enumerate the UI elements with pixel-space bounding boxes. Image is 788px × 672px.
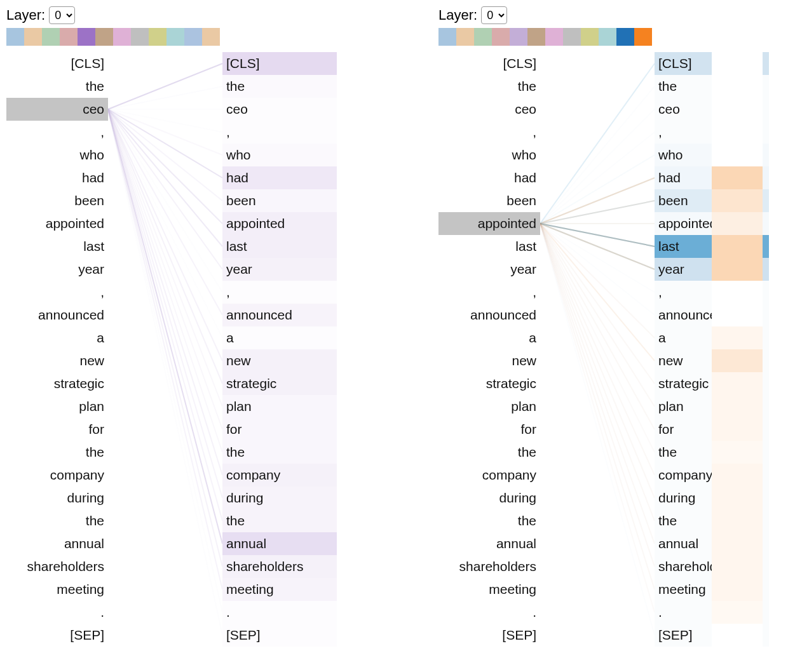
token-left[interactable]: , bbox=[6, 281, 108, 304]
token-left[interactable]: strategic bbox=[6, 372, 108, 395]
token-left[interactable]: the bbox=[6, 441, 108, 464]
layer-select[interactable]: 0 bbox=[481, 6, 507, 24]
token-left[interactable]: company bbox=[438, 464, 540, 487]
token-right[interactable]: for bbox=[222, 418, 337, 441]
head-swatch[interactable] bbox=[60, 28, 78, 46]
head-swatch[interactable] bbox=[202, 28, 220, 46]
head-swatch[interactable] bbox=[184, 28, 202, 46]
token-right[interactable]: the bbox=[222, 441, 337, 464]
token-left[interactable]: last bbox=[438, 235, 540, 258]
head-swatch[interactable] bbox=[166, 28, 184, 46]
token-left[interactable]: , bbox=[438, 121, 540, 144]
token-left[interactable]: meeting bbox=[438, 578, 540, 601]
token-right[interactable]: the bbox=[222, 509, 337, 532]
token-left[interactable]: [SEP] bbox=[6, 624, 108, 647]
token-left[interactable]: new bbox=[6, 349, 108, 372]
attention-vis-left[interactable]: [CLS]theceo,whohadbeenappointedlastyear,… bbox=[6, 52, 400, 662]
token-left[interactable]: year bbox=[438, 258, 540, 281]
token-right[interactable]: . bbox=[222, 601, 337, 624]
head-swatch[interactable] bbox=[113, 28, 131, 46]
token-left[interactable]: strategic bbox=[438, 372, 540, 395]
token-left[interactable]: . bbox=[6, 601, 108, 624]
head-swatch[interactable] bbox=[24, 28, 42, 46]
token-left[interactable]: for bbox=[438, 418, 540, 441]
head-swatch[interactable] bbox=[545, 28, 563, 46]
head-swatch[interactable] bbox=[581, 28, 599, 46]
token-left[interactable]: [SEP] bbox=[438, 624, 540, 647]
token-right[interactable]: strategic bbox=[222, 372, 337, 395]
token-left[interactable]: annual bbox=[6, 532, 108, 555]
token-right[interactable]: year bbox=[222, 258, 337, 281]
token-right[interactable]: had bbox=[222, 166, 337, 189]
head-swatch[interactable] bbox=[634, 28, 652, 46]
token-right[interactable]: [CLS] bbox=[222, 52, 337, 75]
token-right[interactable]: meeting bbox=[222, 578, 337, 601]
token-left[interactable]: shareholders bbox=[6, 555, 108, 578]
token-left[interactable]: had bbox=[438, 166, 540, 189]
token-right[interactable]: plan bbox=[222, 395, 337, 418]
token-left[interactable]: annual bbox=[438, 532, 540, 555]
token-left[interactable]: plan bbox=[6, 395, 108, 418]
token-right[interactable]: , bbox=[222, 121, 337, 144]
token-left[interactable]: , bbox=[6, 121, 108, 144]
head-swatches-left[interactable] bbox=[6, 28, 400, 46]
head-swatch[interactable] bbox=[474, 28, 492, 46]
token-left[interactable]: , bbox=[438, 281, 540, 304]
token-left[interactable]: the bbox=[438, 509, 540, 532]
token-left[interactable]: during bbox=[438, 487, 540, 509]
head-swatch[interactable] bbox=[563, 28, 581, 46]
token-right[interactable]: during bbox=[222, 487, 337, 509]
head-swatch[interactable] bbox=[527, 28, 545, 46]
attention-vis-right[interactable]: [CLS]theceo,whohadbeenappointedlastyear,… bbox=[438, 52, 788, 662]
token-left[interactable]: appointed bbox=[6, 212, 108, 235]
token-left[interactable]: announced bbox=[438, 304, 540, 326]
token-left[interactable]: shareholders bbox=[438, 555, 540, 578]
token-left[interactable]: who bbox=[6, 144, 108, 166]
token-left[interactable]: had bbox=[6, 166, 108, 189]
token-left[interactable]: for bbox=[6, 418, 108, 441]
token-left[interactable]: the bbox=[438, 441, 540, 464]
token-left[interactable]: appointed bbox=[438, 212, 540, 235]
head-swatch[interactable] bbox=[78, 28, 95, 46]
token-left[interactable]: the bbox=[438, 75, 540, 98]
token-right[interactable]: shareholders bbox=[222, 555, 337, 578]
head-swatch[interactable] bbox=[616, 28, 634, 46]
token-left[interactable]: who bbox=[438, 144, 540, 166]
token-left[interactable]: . bbox=[438, 601, 540, 624]
head-swatch[interactable] bbox=[510, 28, 527, 46]
token-right[interactable]: been bbox=[222, 189, 337, 212]
token-left[interactable]: last bbox=[6, 235, 108, 258]
head-swatch[interactable] bbox=[438, 28, 456, 46]
token-left[interactable]: been bbox=[438, 189, 540, 212]
token-left[interactable]: [CLS] bbox=[6, 52, 108, 75]
head-swatch[interactable] bbox=[131, 28, 149, 46]
token-left[interactable]: plan bbox=[438, 395, 540, 418]
head-swatch[interactable] bbox=[42, 28, 60, 46]
token-left[interactable]: during bbox=[6, 487, 108, 509]
token-right[interactable]: ceo bbox=[222, 98, 337, 121]
token-right[interactable]: annual bbox=[222, 532, 337, 555]
head-swatch[interactable] bbox=[599, 28, 616, 46]
token-right[interactable]: [SEP] bbox=[222, 624, 337, 647]
token-right[interactable]: new bbox=[222, 349, 337, 372]
layer-select[interactable]: 0 bbox=[49, 6, 75, 24]
token-right[interactable]: company bbox=[222, 464, 337, 487]
token-left[interactable]: been bbox=[6, 189, 108, 212]
token-left[interactable]: a bbox=[438, 326, 540, 349]
head-swatch[interactable] bbox=[95, 28, 113, 46]
token-right[interactable]: announced bbox=[222, 304, 337, 326]
head-swatches-right[interactable] bbox=[438, 28, 788, 46]
token-left[interactable]: the bbox=[6, 509, 108, 532]
token-right[interactable]: appointed bbox=[222, 212, 337, 235]
token-right[interactable]: , bbox=[222, 281, 337, 304]
head-swatch[interactable] bbox=[492, 28, 510, 46]
token-right[interactable]: a bbox=[222, 326, 337, 349]
head-swatch[interactable] bbox=[6, 28, 24, 46]
token-left[interactable]: year bbox=[6, 258, 108, 281]
token-right[interactable]: who bbox=[222, 144, 337, 166]
token-left[interactable]: ceo bbox=[6, 98, 108, 121]
token-left[interactable]: a bbox=[6, 326, 108, 349]
token-left[interactable]: announced bbox=[6, 304, 108, 326]
token-right[interactable]: the bbox=[222, 75, 337, 98]
head-swatch[interactable] bbox=[149, 28, 166, 46]
